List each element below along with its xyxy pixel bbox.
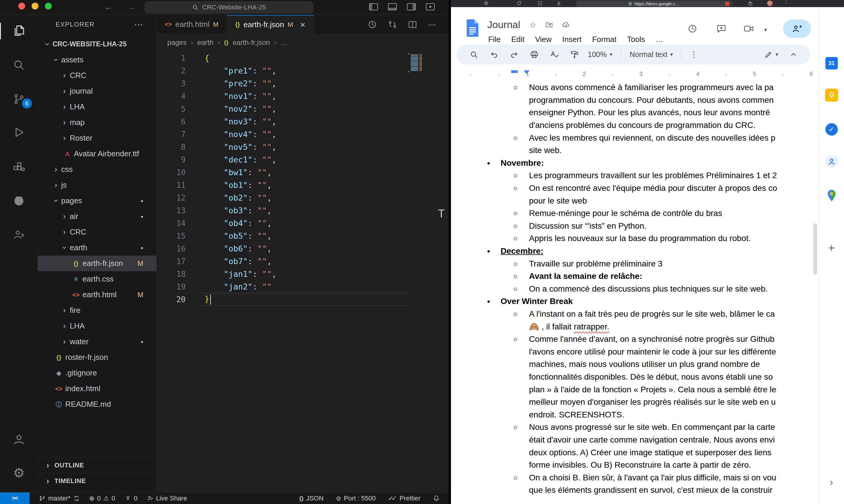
doc-line[interactable]: plan » à l'aide de la fonction « Projets… <box>451 383 811 396</box>
code-line-4[interactable]: 4 "nov1": "", <box>157 90 449 103</box>
split-editor-icon[interactable] <box>408 20 417 29</box>
tree-item-roster-fr-json[interactable]: ›{}roster-fr.json <box>38 349 156 365</box>
breadcrumb-item-earth[interactable]: earth <box>197 38 213 47</box>
hide-menus-icon[interactable] <box>789 51 797 59</box>
breadcrumb-item-file[interactable]: earth-fr.json <box>233 38 270 47</box>
live-share-item[interactable]: Live Share <box>147 494 187 502</box>
doc-line[interactable]: ○Avec les membres qui reviennent, on dis… <box>451 131 811 144</box>
meet-video-icon[interactable] <box>743 24 754 34</box>
tree-item-assets[interactable]: ›assets <box>38 52 156 68</box>
tree-item-earth[interactable]: ›earth● <box>38 240 156 255</box>
history-back-icon[interactable]: ← <box>104 2 112 12</box>
doc-line[interactable]: ○A l'instant on a fait très peu de progr… <box>451 308 811 321</box>
doc-line[interactable]: machines, mais nous voulions utiliser un… <box>451 358 811 371</box>
problems-item[interactable]: ⊗0 ⚠0 <box>89 494 115 502</box>
broadcast-item[interactable]: 0 <box>125 494 138 502</box>
collapse-chevron-icon[interactable]: › <box>830 476 833 488</box>
tree-item-avatar-airbender-ttf[interactable]: ›AAvatar Airbender.ttf <box>38 146 156 162</box>
command-center[interactable]: CRC-Website-LHA-25 <box>145 1 313 13</box>
timeline-history-icon[interactable] <box>367 20 377 29</box>
tree-item-crc-website-lha-25[interactable]: ›CRC-WEBSITE-LHA-25 <box>38 36 156 52</box>
prettier-item[interactable]: ✓✓Prettier <box>388 494 420 502</box>
doc-line[interactable]: ●Over Winter Break <box>451 295 811 308</box>
doc-line[interactable]: ○Les programmeurs travaillent sur les pr… <box>451 169 811 182</box>
run-debug-icon[interactable] <box>0 124 38 141</box>
tree-item-water[interactable]: ›water● <box>38 334 156 349</box>
undo-icon[interactable] <box>490 50 499 59</box>
minimap[interactable] <box>408 53 420 72</box>
document-page[interactable]: ○Nous avons commencé à familiariser les … <box>451 79 811 504</box>
plus-icon[interactable]: + <box>828 242 834 254</box>
minimize-window-button[interactable] <box>32 3 38 10</box>
tab-earth-html[interactable]: <> earth.html M <box>157 15 227 34</box>
source-control-icon[interactable]: 6 <box>0 91 38 107</box>
code-line-2[interactable]: 2 "pre1": "", <box>157 65 449 77</box>
address-bar[interactable]: https://docs.google.c… <box>576 1 732 7</box>
code-line-11[interactable]: 11 "ob1": "", <box>157 179 449 192</box>
doc-line[interactable]: ●Novembre: <box>451 157 811 169</box>
doc-line[interactable]: ○On a choisi B. Bien sûr, à l'avant ça l… <box>451 471 811 484</box>
code-line-12[interactable]: 12 "ob2": "", <box>157 192 449 204</box>
doc-line[interactable]: ○Nous avons progressé sur le site web. E… <box>451 421 811 434</box>
paint-format-icon[interactable] <box>570 50 579 59</box>
doc-line[interactable]: pour le site web <box>451 194 811 207</box>
port-item[interactable]: ⊘Port : 5500 <box>336 494 376 502</box>
tree-item-air[interactable]: ›air● <box>38 209 156 224</box>
doc-line[interactable]: enseigner Python. Pour les plus avancés,… <box>451 106 811 119</box>
extensions-puzzle-icon[interactable] <box>748 1 753 6</box>
git-compare-icon[interactable] <box>388 20 397 29</box>
breadcrumb-item-pages[interactable]: pages <box>167 38 186 47</box>
code-line-19[interactable]: 19 "jan2": "" <box>157 281 449 293</box>
history-forward-icon[interactable]: → <box>128 2 136 12</box>
breadcrumb-item-more[interactable]: … <box>281 38 288 47</box>
doc-line[interactable]: meilleur moyen d'organiser les progrès r… <box>451 396 811 409</box>
doc-line[interactable]: site web. <box>451 144 811 157</box>
doc-line[interactable]: ●Decembre: <box>451 245 811 258</box>
tree-item-journal[interactable]: ›journal <box>38 83 156 99</box>
doc-line[interactable]: ○On est rencontré avec l'équipe média po… <box>451 182 811 195</box>
doc-line[interactable]: ○Avant la semaine de relâche: <box>451 270 811 283</box>
tree-item-gitignore[interactable]: ›◆.gitignore <box>38 365 156 381</box>
tree-item-js[interactable]: ›js <box>38 177 156 193</box>
tree-item-readme-md[interactable]: ›ⓘREADME.md <box>38 396 156 412</box>
timeline-section[interactable]: ›TIMELINE <box>38 473 156 489</box>
doc-line[interactable]: ○Appris les nouveaux sur la base du prog… <box>451 232 811 245</box>
more-toolbar-icon[interactable]: ⋮ <box>690 50 698 59</box>
doc-line[interactable]: ○Comme l'année d'avant, on a synchronisé… <box>451 333 811 346</box>
search-menus-icon[interactable] <box>470 50 479 59</box>
tree-item-earth-css[interactable]: ›#earth.css <box>38 271 156 287</box>
search-icon[interactable] <box>0 57 38 73</box>
tree-item-roster[interactable]: ›Roster <box>38 130 156 146</box>
contacts-icon[interactable] <box>825 156 838 168</box>
tree-item-index-html[interactable]: ›<>index.html <box>38 381 156 396</box>
doc-line[interactable]: était d'avoir une carte comme navigation… <box>451 434 811 446</box>
tree-item-lha[interactable]: ›LHA <box>38 318 156 334</box>
code-line-1[interactable]: 1{ <box>157 52 449 65</box>
tasks-icon[interactable]: ✓ <box>825 123 838 136</box>
spellcheck-icon[interactable] <box>550 50 559 59</box>
redo-icon[interactable] <box>510 50 519 59</box>
code-line-7[interactable]: 7 "nov4": "", <box>157 128 449 141</box>
toggle-secondary-sidebar-icon[interactable] <box>407 3 416 11</box>
calendar-icon[interactable]: 31 <box>825 57 838 69</box>
doc-line[interactable]: deux options. A) Créer une image statiqu… <box>451 446 811 459</box>
browser-profile-avatar[interactable] <box>767 1 773 6</box>
doc-line[interactable]: ○Discussion sur “'ists” en Python. <box>451 220 811 233</box>
tree-item-crc[interactable]: ›CRC <box>38 68 156 83</box>
browser-menu-icon[interactable]: ⋮ <box>784 0 788 5</box>
zoom-select[interactable]: 100%▾ <box>588 50 612 59</box>
print-icon[interactable] <box>530 50 539 59</box>
tree-item-lha[interactable]: ›LHA <box>38 99 156 115</box>
code-line-17[interactable]: 17 "ob7": "", <box>157 255 449 268</box>
refresh-icon[interactable] <box>517 1 522 6</box>
code-line-14[interactable]: 14 "ob4": "", <box>157 217 449 230</box>
customize-layout-icon[interactable] <box>426 3 435 11</box>
maps-icon[interactable] <box>827 190 836 203</box>
language-mode-item[interactable]: {}JSON <box>299 494 323 502</box>
doc-line[interactable]: fonctionnalités disponibles. Dès le débu… <box>451 371 811 383</box>
doc-line[interactable]: 🙈 , il fallait ratrapper. <box>451 320 811 333</box>
code-editor[interactable]: 1{2 "pre1": "",3 "pre2": "",4 "nov1": ""… <box>157 51 449 492</box>
settings-gear-icon[interactable]: ⚙ <box>0 465 38 481</box>
notifications-bell-icon[interactable] <box>433 495 440 502</box>
keep-icon[interactable] <box>825 89 838 102</box>
